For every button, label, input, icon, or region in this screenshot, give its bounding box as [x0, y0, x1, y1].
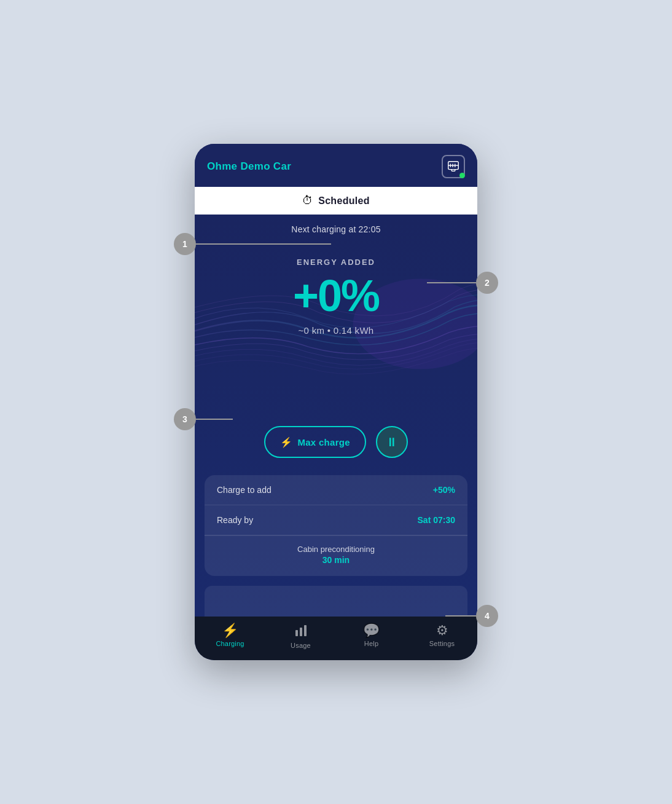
main-content: Next charging at 22:05 [195, 215, 477, 617]
annotation-2: 2 [476, 272, 498, 294]
usage-nav-icon [294, 624, 308, 639]
energy-section: ENERGY ADDED +0% ~0 km • 0.14 kWh [195, 239, 477, 411]
nav-settings[interactable]: ⚙ Settings [424, 624, 461, 649]
nav-charging[interactable]: ⚡ Charging [212, 624, 249, 649]
charge-to-add-row: Charge to add +50% [205, 475, 467, 505]
annotation-line-1 [196, 243, 331, 245]
energy-value: +0% [207, 272, 465, 320]
charging-nav-label: Charging [216, 640, 244, 647]
nav-help[interactable]: 💬 Help [353, 624, 390, 649]
nav-usage[interactable]: Usage [283, 624, 319, 649]
svg-rect-10 [300, 628, 302, 636]
charger-icon[interactable] [442, 155, 465, 178]
usage-nav-label: Usage [291, 642, 311, 649]
scheduled-icon: ⏱ [302, 194, 313, 207]
charging-nav-icon: ⚡ [222, 624, 238, 637]
bottom-nav: ⚡ Charging Usage 💬 Help ⚙ Sett [195, 617, 477, 660]
ready-by-label: Ready by [217, 515, 253, 525]
phone-frame: Ohme Demo Car ⏱ Scheduled [195, 144, 477, 660]
app-title: Ohme Demo Car [207, 160, 291, 173]
charge-to-add-value: +50% [433, 485, 455, 495]
max-charge-button[interactable]: ⚡ Max charge [264, 426, 366, 458]
charger-svg [447, 160, 460, 173]
next-charging-text: Next charging at 22:05 [195, 215, 477, 239]
energy-added-label: ENERGY ADDED [207, 258, 465, 267]
help-nav-label: Help [364, 640, 378, 647]
energy-sub: ~0 km • 0.14 kWh [207, 325, 465, 336]
scheduled-bar: ⏱ Scheduled [195, 187, 477, 215]
cabin-title: Cabin preconditioning [217, 545, 455, 554]
scheduled-label: Scheduled [318, 195, 370, 207]
cabin-value: 30 min [217, 555, 455, 565]
max-charge-label: Max charge [297, 437, 350, 447]
phone-wrapper: 1 2 3 4 Ohme Demo Car [182, 119, 490, 685]
charge-to-add-label: Charge to add [217, 485, 272, 495]
annotation-line-4 [445, 615, 476, 617]
settings-nav-icon: ⚙ [436, 624, 448, 637]
annotation-line-2 [427, 282, 476, 283]
ready-by-row: Ready by Sat 07:30 [205, 505, 467, 535]
annotation-3: 3 [174, 408, 196, 430]
svg-rect-9 [295, 630, 298, 636]
annotation-1: 1 [174, 233, 196, 255]
pause-button[interactable]: ⏸ [376, 426, 408, 458]
help-nav-icon: 💬 [363, 624, 380, 637]
action-buttons: ⚡ Max charge ⏸ [195, 411, 477, 475]
cabin-row: Cabin preconditioning 30 min [205, 535, 467, 576]
annotation-4: 4 [476, 605, 498, 627]
info-card: Charge to add +50% Ready by Sat 07:30 Ca… [205, 475, 467, 576]
progress-area [205, 586, 467, 617]
online-indicator [459, 173, 465, 178]
lightning-filter-icon: ⚡ [280, 436, 292, 448]
ready-by-value: Sat 07:30 [418, 515, 455, 525]
annotation-line-3 [196, 419, 233, 420]
pause-icon: ⏸ [386, 435, 398, 449]
app-header: Ohme Demo Car [195, 144, 477, 187]
settings-nav-label: Settings [429, 640, 455, 647]
svg-rect-11 [304, 625, 307, 636]
